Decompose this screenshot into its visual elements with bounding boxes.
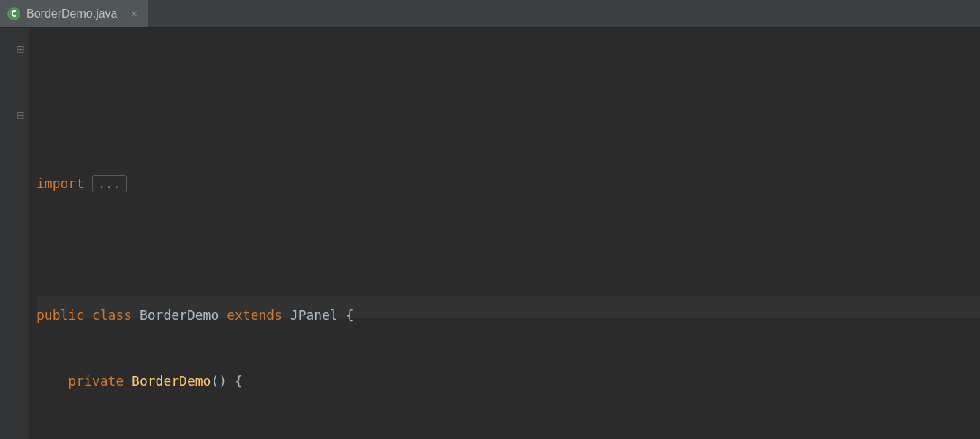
java-class-icon: C (7, 7, 20, 20)
fold-expand-icon[interactable]: ⊞ (16, 44, 25, 54)
code-line: private BorderDemo() { (37, 370, 980, 392)
fold-collapse-icon[interactable]: ⊟ (16, 110, 25, 120)
code-editor[interactable]: import ... public class BorderDemo exten… (29, 28, 980, 439)
tab-bar: C BorderDemo.java × (0, 0, 980, 28)
editor-tab[interactable]: C BorderDemo.java × (0, 0, 148, 27)
editor-area: ⊞ ⊟ import ... public class BorderDemo e… (0, 28, 980, 439)
gutter[interactable]: ⊞ ⊟ (0, 28, 29, 439)
code-line (37, 239, 980, 260)
code-line: import ... (37, 173, 980, 195)
tab-bar-spacer (148, 0, 980, 27)
code-line: super(new GridLayout(1,0)); (37, 436, 980, 439)
close-tab-icon[interactable]: × (131, 7, 138, 20)
tab-filename: BorderDemo.java (26, 7, 118, 20)
folded-region[interactable]: ... (92, 175, 127, 192)
code-line: public class BorderDemo extends JPanel { (37, 304, 980, 326)
